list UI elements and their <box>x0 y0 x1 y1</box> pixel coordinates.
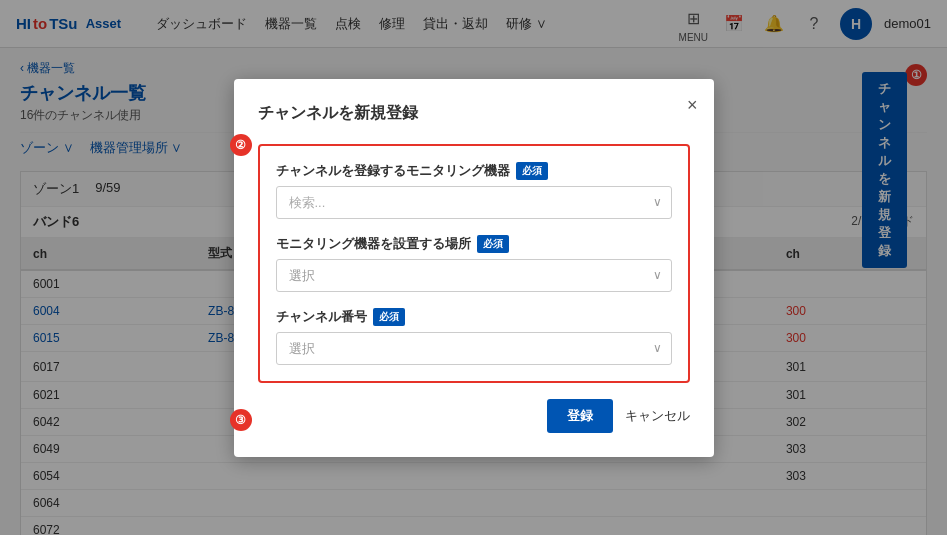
form-group-channel: チャンネル番号 必須 選択 ∨ <box>276 308 672 365</box>
location-select[interactable]: 選択 <box>276 259 672 292</box>
modal-close-button[interactable]: × <box>687 95 698 116</box>
search-wrapper: ∨ <box>276 186 672 219</box>
field-label-channel: チャンネル番号 必須 <box>276 308 672 326</box>
modal: チャンネルを新規登録 × ② チャンネルを登録するモニタリング機器 必須 ∨ <box>234 79 714 457</box>
field-label-monitoring-device: チャンネルを登録するモニタリング機器 必須 <box>276 162 672 180</box>
channel-select-wrapper: 選択 ∨ <box>276 332 672 365</box>
field-label-location: モニタリング機器を設置する場所 必須 <box>276 235 672 253</box>
cancel-button[interactable]: キャンセル <box>625 407 690 425</box>
form-group-monitoring-device: チャンネルを登録するモニタリング機器 必須 ∨ <box>276 162 672 219</box>
register-submit-button[interactable]: 登録 <box>547 399 613 433</box>
modal-footer: ③ 登録 キャンセル <box>258 399 690 433</box>
modal-form-fields: チャンネルを登録するモニタリング機器 必須 ∨ モニタリング機器を設置する場所 … <box>258 144 690 383</box>
modal-title: チャンネルを新規登録 <box>258 103 690 124</box>
annotation-2: ② <box>230 134 252 156</box>
search-monitoring-device-input[interactable] <box>276 186 672 219</box>
modal-overlay: チャンネルを新規登録 × ② チャンネルを登録するモニタリング機器 必須 ∨ <box>0 0 947 535</box>
required-badge-1: 必須 <box>516 162 548 180</box>
channel-select[interactable]: 選択 <box>276 332 672 365</box>
required-badge-3: 必須 <box>373 308 405 326</box>
form-group-location: モニタリング機器を設置する場所 必須 選択 ∨ <box>276 235 672 292</box>
annotation-3: ③ <box>230 409 252 431</box>
required-badge-2: 必須 <box>477 235 509 253</box>
location-select-wrapper: 選択 ∨ <box>276 259 672 292</box>
